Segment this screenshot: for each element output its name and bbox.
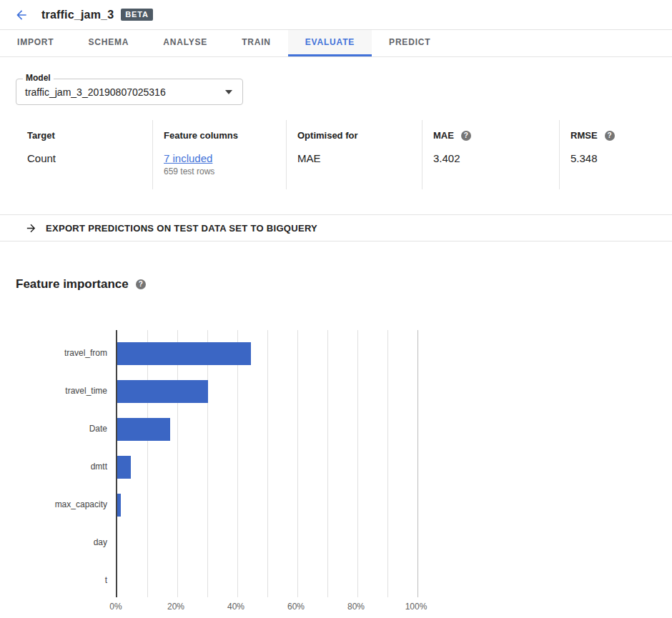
metric-optimised-for: Optimised for MAE [286, 120, 422, 189]
chart-gridline [327, 330, 328, 597]
evaluation-metrics-row: Target Count Feature columns 7 included … [0, 120, 672, 189]
app-header: traffic_jam_3 BETA [0, 0, 672, 30]
beta-badge: BETA [121, 9, 152, 21]
page-title: traffic_jam_3 [41, 9, 114, 21]
tab-analyse[interactable]: ANALYSE [146, 30, 224, 56]
chart-x-tick-label: 0% [109, 602, 122, 612]
chevron-down-icon [225, 90, 232, 94]
chart-gridline [237, 330, 238, 597]
feature-importance-chart: travel_fromtravel_timeDatedmttmax_capaci… [0, 330, 672, 616]
chart-gridline [207, 330, 208, 597]
chart-bar-Date [117, 418, 170, 441]
metric-mae-label: MAE [433, 130, 454, 141]
export-predictions-label: EXPORT PREDICTIONS ON TEST DATA SET TO B… [46, 223, 317, 234]
help-icon[interactable]: ? [136, 279, 146, 289]
metric-target: Target Count [16, 120, 152, 189]
model-select-value: traffic_jam_3_20190807025316 [25, 86, 166, 98]
chart-category-label: dmtt [0, 448, 107, 486]
chart-gridline [267, 330, 268, 597]
chart-x-tick-label: 20% [167, 602, 184, 612]
chart-x-tick-label: 40% [227, 602, 244, 612]
chart-category-label: day [0, 524, 107, 562]
feature-importance-title: Feature importance [16, 277, 129, 291]
chart-bar-travel_from [117, 342, 251, 365]
help-icon[interactable]: ? [461, 131, 471, 141]
metric-rmse-label: RMSE [570, 130, 598, 141]
metric-mae: MAE ? 3.402 [422, 120, 559, 189]
chart-category-label: max_capacity [0, 486, 107, 524]
included-features-link[interactable]: 7 included [164, 152, 212, 164]
back-arrow-icon[interactable] [13, 6, 30, 24]
metric-optimised-for-value: MAE [297, 152, 415, 164]
metric-rmse-value: 5.348 [570, 152, 665, 164]
export-predictions-button[interactable]: EXPORT PREDICTIONS ON TEST DATA SET TO B… [0, 214, 672, 241]
tab-evaluate[interactable]: EVALUATE [288, 30, 372, 56]
metric-rmse: RMSE ? 5.348 [559, 120, 672, 189]
chart-x-axis-labels: 0%20%40%60%80%100% [116, 602, 417, 616]
metric-optimised-for-label: Optimised for [297, 130, 415, 141]
metric-target-label: Target [27, 130, 145, 141]
metric-feature-columns: Feature columns 7 included 659 test rows [152, 120, 286, 189]
arrow-right-icon [25, 222, 37, 234]
help-icon[interactable]: ? [605, 131, 615, 141]
tab-train[interactable]: TRAIN [224, 30, 288, 56]
chart-category-label: travel_time [0, 372, 107, 410]
chart-gridline [147, 330, 148, 597]
feature-importance-header: Feature importance ? [16, 277, 672, 291]
chart-x-tick-label: 60% [287, 602, 305, 612]
chart-category-label: travel_from [0, 334, 107, 372]
tab-import[interactable]: IMPORT [0, 30, 71, 56]
test-rows-count: 659 test rows [164, 166, 279, 176]
chart-gridline [357, 330, 358, 597]
chart-plot-area [116, 330, 417, 597]
model-select-label: Model [23, 73, 54, 83]
metric-target-value: Count [27, 152, 145, 164]
chart-bar-travel_time [117, 380, 208, 403]
chart-category-label: t [0, 562, 107, 599]
chart-category-label: Date [0, 410, 107, 448]
tab-bar: IMPORT SCHEMA ANALYSE TRAIN EVALUATE PRE… [0, 30, 672, 57]
chart-gridline [297, 330, 298, 597]
tab-predict[interactable]: PREDICT [372, 30, 448, 56]
model-select-wrapper: Model traffic_jam_3_20190807025316 [16, 79, 243, 105]
chart-x-tick-label: 100% [405, 602, 428, 612]
chart-bar-dmtt [117, 456, 131, 479]
tab-schema[interactable]: SCHEMA [71, 30, 146, 56]
chart-gridline [177, 330, 178, 597]
metric-mae-value: 3.402 [433, 152, 552, 164]
metric-feature-columns-label: Feature columns [164, 130, 279, 141]
chart-bar-max_capacity [117, 494, 121, 517]
chart-x-tick-label: 80% [347, 602, 365, 612]
chart-gridline [417, 330, 418, 597]
chart-gridline [387, 330, 388, 597]
